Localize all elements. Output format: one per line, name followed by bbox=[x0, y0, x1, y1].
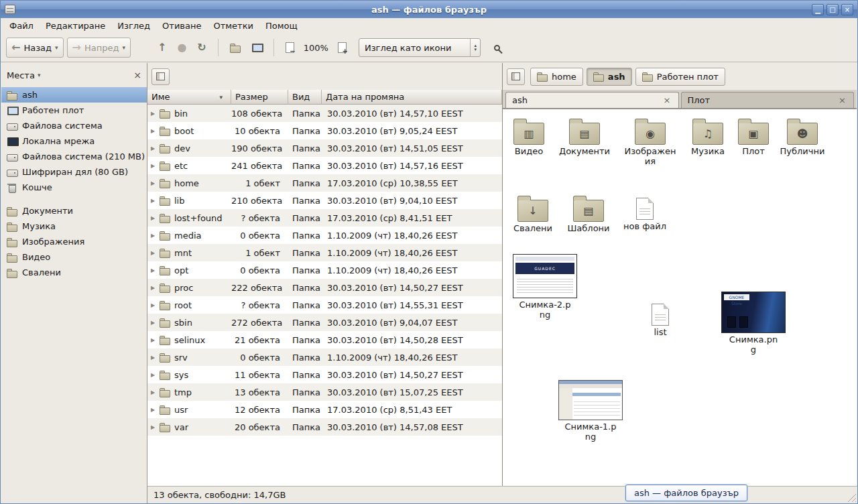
tab[interactable]: ash× bbox=[505, 92, 679, 108]
table-row[interactable]: ▶etc241 обектаПапка30.03.2010 (вт) 14,57… bbox=[147, 157, 502, 174]
combo-spin-icon[interactable]: ▴▾ bbox=[470, 39, 480, 56]
expander-icon[interactable]: ▶ bbox=[151, 128, 160, 134]
expander-icon[interactable]: ▶ bbox=[151, 163, 160, 169]
menu-item[interactable]: Редактиране bbox=[40, 19, 111, 32]
expander-icon[interactable]: ▶ bbox=[151, 180, 160, 186]
icon-item[interactable]: ☻Публични bbox=[774, 117, 831, 157]
sidebar-item[interactable]: Свалени bbox=[1, 265, 147, 280]
tab-close-icon[interactable]: × bbox=[662, 95, 672, 105]
menu-item[interactable]: Файл bbox=[3, 19, 40, 32]
tab[interactable]: Плот× bbox=[681, 92, 855, 108]
forward-button[interactable]: → Напред ▾ bbox=[67, 38, 131, 58]
expander-icon[interactable]: ▶ bbox=[151, 302, 160, 308]
sidebar-item[interactable]: Шифриран дял (80 GB) bbox=[1, 164, 147, 180]
taskbar-window-hint[interactable]: ash — файлов браузър bbox=[625, 485, 747, 501]
icon-item[interactable]: Снимка-1.png bbox=[557, 380, 624, 442]
table-row[interactable]: ▶usr12 обектаПапка17.03.2010 (ср) 8,51,4… bbox=[147, 401, 502, 418]
menu-item[interactable]: Изглед bbox=[111, 19, 156, 32]
zoom-out-button[interactable]: − bbox=[280, 38, 300, 58]
expander-icon[interactable]: ▶ bbox=[151, 233, 160, 239]
expander-icon[interactable]: ▶ bbox=[151, 389, 160, 395]
table-row[interactable]: ▶srv0 обектаПапка1.10.2009 (чт) 18,40,26… bbox=[147, 349, 502, 366]
back-dropdown-icon[interactable]: ▾ bbox=[55, 44, 58, 51]
table-row[interactable]: ▶bin108 обектаПапка30.03.2010 (вт) 14,57… bbox=[147, 105, 502, 122]
sidebar-item[interactable]: Документи bbox=[1, 203, 147, 218]
table-row[interactable]: ▶root? обектаПапка30.03.2010 (вт) 14,55,… bbox=[147, 296, 502, 314]
expander-icon[interactable]: ▶ bbox=[151, 111, 160, 117]
icon-item[interactable]: ▤Документи bbox=[556, 117, 613, 157]
sidebar-item[interactable]: Видео bbox=[1, 249, 147, 265]
sidebar-item[interactable]: Файлова система (210 MB) bbox=[1, 149, 147, 164]
menu-item[interactable]: Отметки bbox=[207, 19, 259, 32]
search-button[interactable] bbox=[489, 38, 505, 58]
close-button[interactable]: × bbox=[841, 4, 853, 15]
stop-button[interactable]: ● bbox=[172, 38, 192, 58]
places-close-icon[interactable]: × bbox=[133, 70, 141, 80]
expander-icon[interactable]: ▶ bbox=[151, 320, 160, 326]
table-row[interactable]: ▶lib210 обектаПапка30.03.2010 (вт) 9,04,… bbox=[147, 192, 502, 209]
menu-item[interactable]: Отиване bbox=[156, 19, 207, 32]
sidebar-item[interactable]: Работен плот bbox=[1, 103, 147, 118]
column-header[interactable]: Дата на промяна bbox=[322, 90, 502, 105]
sidebar-item[interactable]: ash bbox=[1, 87, 147, 103]
sidebar-item[interactable]: Музика bbox=[1, 218, 147, 234]
icon-item[interactable]: ◉Изображения bbox=[622, 117, 678, 167]
expander-icon[interactable]: ▶ bbox=[151, 215, 160, 221]
table-row[interactable]: ▶mnt1 обектПапка1.10.2009 (чт) 18,40,26 … bbox=[147, 244, 502, 261]
expander-icon[interactable]: ▶ bbox=[151, 337, 160, 343]
places-dropdown-icon[interactable]: ▾ bbox=[38, 72, 41, 78]
location-bar-toggle-button[interactable] bbox=[507, 68, 525, 85]
table-row[interactable]: ▶opt0 обектаПапка1.10.2009 (чт) 18,40,26… bbox=[147, 261, 502, 279]
table-row[interactable]: ▶lost+found? обектаПапка17.03.2010 (ср) … bbox=[147, 209, 502, 227]
icon-item[interactable]: ▥Видео bbox=[503, 117, 557, 157]
home-button[interactable] bbox=[225, 38, 246, 58]
icon-item[interactable]: GUADECСнимка-2.png bbox=[511, 254, 578, 320]
icon-item[interactable]: нов файл bbox=[617, 194, 673, 232]
location-bar-toggle-button[interactable] bbox=[151, 68, 170, 85]
table-row[interactable]: ▶var20 обектаПапка30.03.2010 (вт) 14,57,… bbox=[147, 418, 502, 436]
reload-button[interactable]: ↻ bbox=[192, 38, 211, 58]
zoom-in-button[interactable]: + bbox=[332, 38, 352, 58]
table-row[interactable]: ▶tmp13 обектаПапка30.03.2010 (вт) 15,07,… bbox=[147, 383, 502, 401]
sidebar-item[interactable]: Кошче bbox=[1, 180, 147, 195]
column-header[interactable]: Размер bbox=[231, 90, 288, 105]
view-mode-select[interactable]: Изглед като икони ▴▾ bbox=[359, 38, 481, 57]
sidebar-item[interactable]: Изображения bbox=[1, 234, 147, 249]
places-title[interactable]: Места bbox=[7, 70, 35, 80]
table-row[interactable]: ▶sbin272 обектаПапка30.03.2010 (вт) 9,04… bbox=[147, 314, 502, 331]
icon-item[interactable]: ▣Плот bbox=[725, 117, 782, 157]
icon-item[interactable]: list bbox=[632, 300, 688, 338]
sidebar-item[interactable]: Локална мрежа bbox=[1, 133, 147, 149]
path-button[interactable]: ash bbox=[587, 68, 632, 86]
icon-item[interactable]: ▤Шаблони bbox=[560, 194, 617, 234]
expander-icon[interactable]: ▶ bbox=[151, 407, 160, 413]
table-row[interactable]: ▶proc222 обектаПапка30.03.2010 (вт) 14,5… bbox=[147, 279, 502, 296]
table-row[interactable]: ▶home1 обектПапка17.03.2010 (ср) 10,38,5… bbox=[147, 174, 502, 192]
path-button[interactable]: Работен плот bbox=[635, 68, 725, 86]
table-row[interactable]: ▶media0 обектаПапка1.10.2009 (чт) 18,40,… bbox=[147, 227, 502, 244]
table-row[interactable]: ▶sys11 обектаПапка30.03.2010 (вт) 14,50,… bbox=[147, 366, 502, 383]
expander-icon[interactable]: ▶ bbox=[151, 372, 160, 378]
maximize-button[interactable]: □ bbox=[826, 4, 839, 15]
titlebar[interactable]: ash — файлов браузър ▁ □ × bbox=[1, 1, 857, 18]
up-button[interactable]: ↑ bbox=[152, 38, 172, 58]
expander-icon[interactable]: ▶ bbox=[151, 424, 160, 430]
expander-icon[interactable]: ▶ bbox=[151, 267, 160, 273]
sidebar-item[interactable]: Файлова система bbox=[1, 118, 147, 133]
column-header[interactable]: Вид bbox=[288, 90, 322, 105]
expander-icon[interactable]: ▶ bbox=[151, 355, 160, 361]
minimize-button[interactable]: ▁ bbox=[812, 4, 824, 15]
computer-button[interactable] bbox=[246, 38, 267, 58]
expander-icon[interactable]: ▶ bbox=[151, 285, 160, 291]
tab-close-icon[interactable]: × bbox=[837, 95, 847, 105]
menu-item[interactable]: Помощ bbox=[259, 19, 304, 32]
expander-icon[interactable]: ▶ bbox=[151, 250, 160, 256]
column-header[interactable]: Име▾ bbox=[147, 90, 231, 105]
table-row[interactable]: ▶selinux21 обектаПапка30.03.2010 (вт) 14… bbox=[147, 331, 502, 349]
path-button[interactable]: home bbox=[530, 68, 583, 86]
expander-icon[interactable]: ▶ bbox=[151, 145, 160, 151]
table-row[interactable]: ▶boot10 обектаПапка30.03.2010 (вт) 9,05,… bbox=[147, 122, 502, 139]
back-button[interactable]: ← Назад ▾ bbox=[6, 38, 64, 58]
icon-item[interactable]: GNOME StoreСнимка.png bbox=[720, 292, 787, 355]
icon-item[interactable]: ↓Свалени bbox=[505, 194, 561, 234]
